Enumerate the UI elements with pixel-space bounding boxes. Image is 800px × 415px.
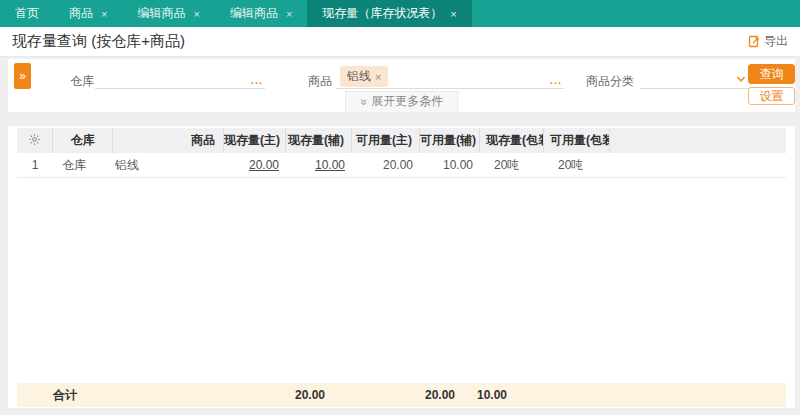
cell-avail-main: 20.00: [352, 153, 420, 178]
settings-button[interactable]: 设置: [748, 87, 795, 105]
title-bar: 现存量查询 (按仓库+商品) 导出: [0, 27, 800, 57]
close-icon[interactable]: [193, 8, 199, 20]
chevron-down-icon[interactable]: [736, 74, 746, 84]
total-avail-aux: 10.00: [432, 383, 507, 407]
product-input[interactable]: 铝线: [336, 65, 564, 89]
cell-filler: [610, 153, 786, 178]
settings-button-label: 设置: [760, 88, 784, 105]
product-tag: 铝线: [340, 66, 388, 87]
header-warehouse[interactable]: 仓库: [53, 128, 113, 153]
cell-qty-aux-link[interactable]: 10.00: [315, 158, 345, 172]
ellipsis-picker-icon[interactable]: [251, 74, 263, 86]
remove-tag-icon[interactable]: [375, 71, 381, 83]
header-qty-main[interactable]: 现存量(主): [224, 128, 286, 153]
cell-qty-pkg: 20吨: [480, 153, 544, 178]
row-index: 1: [17, 153, 53, 178]
header-avail-aux[interactable]: 可用量(辅): [420, 128, 480, 153]
gear-icon[interactable]: [28, 133, 41, 146]
product-tag-label: 铝线: [347, 68, 371, 85]
close-icon[interactable]: [286, 8, 292, 20]
header-qty-pkg[interactable]: 现存量(包装): [480, 128, 544, 153]
close-icon[interactable]: [450, 8, 456, 20]
page-title: 现存量查询 (按仓库+商品): [12, 32, 185, 51]
tab-label: 首页: [15, 5, 39, 22]
tab-edit-product-1[interactable]: 编辑商品: [122, 0, 214, 27]
export-label: 导出: [764, 33, 788, 50]
tab-bar: 首页 商品 编辑商品 编辑商品 现存量（库存状况表）: [0, 0, 800, 27]
tab-edit-product-2[interactable]: 编辑商品: [215, 0, 307, 27]
header-product[interactable]: 商品: [113, 128, 224, 153]
header-avail-pkg[interactable]: 可用量(包装): [544, 128, 610, 153]
tab-product[interactable]: 商品: [54, 0, 122, 27]
table-footer-row: 合计 20.00 20.00 10.00: [17, 383, 786, 407]
total-qty-main: 20.00: [250, 383, 325, 407]
collapse-filter-button[interactable]: »: [14, 63, 31, 89]
table-row[interactable]: 1 仓库 铝线 20.00 10.00 20.00 10.00 20吨 20吨: [17, 153, 786, 178]
search-button-label: 查询: [760, 66, 784, 83]
export-button[interactable]: 导出: [748, 33, 788, 50]
cell-avail-aux: 10.00: [420, 153, 480, 178]
header-avail-main[interactable]: 可用量(主): [352, 128, 420, 153]
cell-avail-pkg: 20吨: [544, 153, 610, 178]
tab-current-stock[interactable]: 现存量（库存状况表）: [307, 0, 471, 27]
warehouse-label: 仓库: [70, 73, 94, 90]
double-chevron-down-icon: »: [356, 98, 370, 105]
column-settings-cell[interactable]: [17, 128, 53, 153]
filter-panel: » 仓库 商品 铝线 商品分类 查询 设置 » 展开更多条件: [8, 59, 795, 112]
expand-more-conditions[interactable]: » 展开更多条件: [345, 91, 459, 112]
tab-label: 商品: [69, 5, 93, 22]
export-icon: [748, 35, 760, 48]
category-select[interactable]: [640, 65, 750, 89]
tab-label: 编辑商品: [230, 5, 278, 22]
total-label: 合计: [53, 383, 77, 407]
cell-product: 铝线: [113, 153, 224, 178]
search-button[interactable]: 查询: [748, 64, 795, 84]
double-chevron-right-icon: »: [19, 69, 26, 83]
warehouse-input[interactable]: [95, 65, 265, 89]
tab-label: 编辑商品: [137, 5, 185, 22]
ellipsis-picker-icon[interactable]: [550, 74, 562, 86]
header-filler: [610, 128, 786, 153]
cell-qty-main-link[interactable]: 20.00: [249, 158, 279, 172]
tab-home[interactable]: 首页: [0, 0, 54, 27]
category-label: 商品分类: [586, 73, 634, 90]
expand-more-label: 展开更多条件: [371, 93, 443, 110]
tab-label: 现存量（库存状况表）: [322, 5, 442, 22]
product-label: 商品: [308, 73, 332, 90]
close-icon[interactable]: [101, 8, 107, 20]
stock-table: 仓库 商品 现存量(主) 现存量(辅) 可用量(主) 可用量(辅) 现存量(包装…: [8, 126, 795, 408]
cell-warehouse: 仓库: [53, 153, 113, 178]
header-qty-aux[interactable]: 现存量(辅): [286, 128, 352, 153]
table-header-row: 仓库 商品 现存量(主) 现存量(辅) 可用量(主) 可用量(辅) 现存量(包装…: [17, 128, 786, 153]
